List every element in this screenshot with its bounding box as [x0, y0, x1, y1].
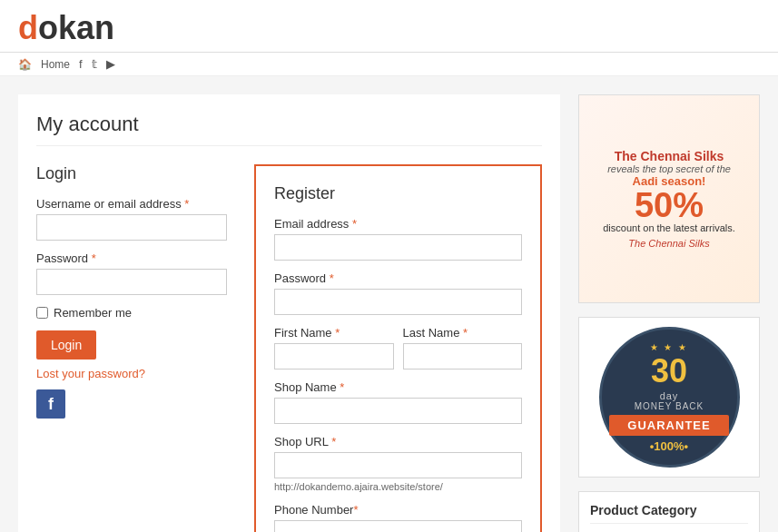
password-label-register: Password * — [274, 271, 522, 285]
login-title: Login — [36, 164, 227, 183]
shop-url-label: Shop URL * — [274, 435, 522, 448]
username-input[interactable] — [36, 214, 227, 241]
guarantee-box: ★ ★ ★ 30 day MONEY BACK GUARANTEE •100%• — [578, 317, 760, 478]
name-group: First Name * Last Name * — [274, 326, 522, 380]
phone-group: Phone Number* — [274, 503, 522, 532]
guarantee-circle: ★ ★ ★ 30 day MONEY BACK GUARANTEE •100%• — [599, 327, 740, 468]
ad-line2: reveals the top secret of the — [603, 163, 735, 174]
lost-password-link[interactable]: Lost your password? — [36, 367, 227, 380]
login-section: Login Username or email address * Passwo… — [36, 164, 227, 532]
last-name-group: Last Name * — [403, 326, 523, 369]
home-icon: 🏠 — [18, 58, 32, 71]
shop-name-input[interactable] — [274, 398, 522, 424]
logo[interactable]: dokan — [18, 0, 114, 52]
ad-discount: 50% — [603, 188, 735, 222]
home-link[interactable]: Home — [41, 58, 70, 71]
ad-brand: The Chennai Silks — [603, 238, 735, 249]
logo-rest: okan — [38, 9, 114, 46]
password-group-register: Password * — [274, 271, 522, 315]
remember-checkbox[interactable] — [36, 307, 48, 319]
username-label: Username or email address * — [36, 197, 227, 211]
remember-row: Remember me — [36, 306, 227, 320]
guarantee-stars: ★ ★ ★ — [650, 342, 689, 352]
register-title: Register — [274, 184, 522, 203]
facebook-login-icon[interactable]: f — [36, 389, 65, 419]
first-name-input[interactable] — [274, 343, 394, 369]
twitter-link[interactable]: 𝕥 — [92, 57, 97, 71]
logo-d: d — [18, 9, 38, 46]
shop-url-input[interactable] — [274, 452, 522, 478]
email-input[interactable] — [274, 234, 522, 261]
remember-label: Remember me — [54, 306, 132, 320]
login-button[interactable]: Login — [36, 330, 96, 360]
first-name-label: First Name * — [274, 326, 394, 340]
ad-sub: discount on the latest arrivals. — [603, 222, 735, 233]
guarantee-pct: •100%• — [650, 439, 688, 453]
last-name-input[interactable] — [403, 343, 523, 369]
guarantee-money-back: MONEY BACK — [635, 401, 704, 411]
password-input-register[interactable] — [274, 289, 522, 315]
email-label: Email address * — [274, 217, 522, 231]
facebook-link[interactable]: f — [79, 57, 83, 71]
ad-banner: The Chennai Silks reveals the top secret… — [578, 94, 760, 303]
guarantee-ribbon: GUARANTEE — [609, 415, 728, 436]
username-group: Username or email address * — [36, 197, 227, 241]
youtube-link[interactable]: ▶ — [106, 57, 115, 71]
phone-input[interactable] — [274, 520, 522, 532]
guarantee-day-label: day — [660, 390, 679, 401]
shop-url-group: Shop URL * http://dokandemo.ajaira.websi… — [274, 435, 522, 492]
sidebar: The Chennai Silks reveals the top secret… — [578, 94, 760, 532]
shop-name-group: Shop Name * — [274, 380, 522, 424]
product-category-title: Product Category — [590, 503, 748, 524]
email-group: Email address * — [274, 217, 522, 261]
ad-line1: The Chennai Silks — [603, 149, 735, 163]
password-label-login: Password * — [36, 251, 227, 265]
last-name-label: Last Name * — [403, 326, 523, 340]
first-name-group: First Name * — [274, 326, 394, 369]
guarantee-days: 30 — [651, 352, 687, 390]
shop-url-hint: http://dokandemo.ajaira.website/store/ — [274, 481, 522, 492]
password-input-login[interactable] — [36, 269, 227, 295]
phone-label: Phone Number* — [274, 503, 522, 517]
shop-name-label: Shop Name * — [274, 380, 522, 394]
page-title: My account — [36, 113, 542, 146]
password-group-login: Password * — [36, 251, 227, 295]
register-section: Register Email address * Password * — [254, 164, 542, 532]
product-category-widget: Product Category Uncategorizeda simple t… — [578, 491, 760, 532]
